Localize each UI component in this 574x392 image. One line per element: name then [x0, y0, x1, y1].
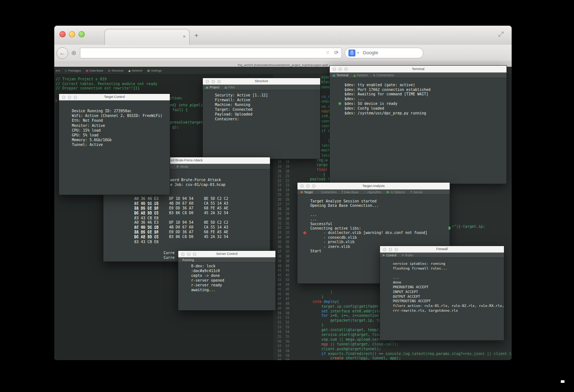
window-dot[interactable]	[306, 184, 310, 188]
reload-icon[interactable]: ⟳	[334, 50, 339, 55]
hex-block: A0 36 46 E3DF 1D 94 548E 5D C2 C257 40 5…	[134, 219, 270, 238]
window-dot[interactable]	[181, 253, 184, 256]
line-number: 58	[273, 349, 281, 353]
window-tab[interactable]: ⚙ Setup	[176, 165, 188, 168]
window-tab[interactable]: ↯ Connections	[373, 73, 394, 77]
menu-item[interactable]: ▦ Settings	[147, 69, 161, 72]
window-tab[interactable]: Running	[181, 258, 194, 262]
window-dot[interactable]	[187, 253, 190, 256]
window-titlebar[interactable]: Target Analysis	[297, 183, 450, 190]
window-dots	[333, 67, 350, 71]
menu-item[interactable]: ◇ Packages	[65, 69, 81, 72]
search-input[interactable]: 8 ▾ Google	[345, 48, 423, 58]
minimize-button[interactable]	[69, 31, 75, 37]
tab-icon: ▣	[206, 86, 209, 89]
window-dot[interactable]	[212, 80, 215, 83]
gutter-row: 6060	[273, 357, 292, 360]
back-button[interactable]: ←	[56, 47, 68, 59]
window-dot[interactable]	[68, 96, 71, 99]
window-dot[interactable]	[62, 96, 65, 99]
analysis-line: Opening Data Base Connection...	[303, 203, 427, 208]
line-number: 26	[273, 198, 281, 201]
window-tab[interactable]: ◉ Target	[300, 190, 313, 194]
window-tab[interactable]: ▦ AI Options	[387, 190, 405, 194]
status-dot	[339, 102, 341, 105]
tab-icon: ▲	[354, 74, 356, 77]
window-dot[interactable]	[344, 67, 348, 71]
content-line: cepto -> done	[191, 273, 224, 278]
window-tab[interactable]: ▲ Session	[354, 73, 368, 77]
window-tab[interactable]: ▶ Control	[383, 253, 396, 257]
browser-tab[interactable]: ×	[105, 29, 190, 45]
window-dot[interactable]	[206, 80, 209, 83]
window-dot[interactable]	[333, 67, 336, 71]
close-button[interactable]	[59, 31, 66, 37]
window-tab[interactable]: ▦ Terminal	[333, 73, 348, 77]
url-input[interactable]: ▽ ⟳	[80, 48, 342, 58]
menu-item-icon: ▦	[85, 69, 88, 72]
url-dropdown-icon[interactable]: ▽	[326, 51, 329, 55]
tab-icon: ◌	[363, 190, 366, 194]
tab-close-icon[interactable]: ×	[183, 34, 186, 39]
content-line: done	[393, 280, 504, 285]
line-number: 33	[273, 231, 281, 234]
line-number: 53	[273, 325, 281, 329]
gutter-row: 4141	[273, 267, 292, 272]
line-number: 57	[281, 344, 289, 348]
menu-item[interactable]: ▲ Network	[128, 69, 143, 72]
new-tab-button[interactable]: +	[194, 32, 198, 40]
analysis-text: Successful	[310, 222, 332, 226]
window-tab[interactable]: ≡ Rules	[402, 253, 413, 257]
window-dot[interactable]	[74, 96, 77, 99]
window-dot[interactable]	[193, 253, 196, 256]
globe-icon: ⊕	[71, 49, 76, 56]
fullscreen-icon[interactable]: ⤢	[498, 30, 504, 38]
window-tab[interactable]: < Server	[410, 190, 423, 194]
window-dot[interactable]	[312, 184, 315, 188]
window-tab[interactable]: ƒ Data Base	[342, 190, 359, 194]
line-number: 55	[273, 335, 281, 338]
code-segment: create	[330, 356, 343, 360]
content-line: r-server ready	[191, 283, 224, 287]
window-tab[interactable]: ▣ Project	[206, 85, 219, 89]
line-number: 33	[281, 231, 289, 234]
content-line: Payload: Uploaded	[215, 112, 268, 117]
gutter-row: 4040	[273, 263, 292, 268]
content-line: service iptables: running	[393, 261, 504, 266]
firewall-content: service iptables: runningflushing firewa…	[393, 261, 504, 313]
window-dot[interactable]	[339, 67, 342, 71]
window-dot[interactable]	[395, 248, 398, 251]
search-engine-dropdown-icon[interactable]: ▾	[357, 51, 359, 55]
code-fragment-line: }	[310, 172, 330, 177]
analysis-text: Start	[310, 249, 321, 253]
window-titlebar[interactable]: Structure	[203, 78, 320, 85]
window-tab[interactable]: ∷ Connection	[318, 190, 337, 194]
window-dot[interactable]	[300, 184, 304, 188]
brute-heading: word Brute-Force Attacke Job: csv-01/cap…	[170, 177, 226, 187]
menu-fragment: ent	[56, 69, 60, 72]
menu-item[interactable]: ▦ Data Base	[85, 69, 103, 72]
zoom-button[interactable]	[78, 31, 85, 37]
tab-label: Rules	[405, 253, 413, 257]
screen: × + ⤢ ← ⊕ ▽ ⟳ 8 ▾ Google ☆ ▤ ↓ ⌂ ≡	[0, 0, 574, 392]
window-dot[interactable]	[217, 80, 221, 83]
content-line: 0-dev: lock	[191, 264, 224, 268]
window-titlebar[interactable]: Terminal	[330, 66, 507, 73]
window-dot[interactable]	[383, 248, 386, 251]
window-titlebar[interactable]: Firewall	[380, 246, 504, 253]
window-tab[interactable]: ▤ Files	[224, 85, 235, 89]
window-titlebar[interactable]: Server Control	[178, 251, 275, 257]
analysis-line: Connecting active libs:	[303, 226, 427, 230]
menu-item[interactable]: ◎ Structure	[108, 69, 123, 72]
line-number: 50	[281, 311, 289, 315]
terminal-text: $dev: Confg loaded	[344, 106, 384, 110]
line-number: 27	[273, 202, 281, 206]
line-number: 34	[281, 235, 289, 239]
gutter-row: 2020	[273, 168, 292, 173]
window-dot[interactable]	[389, 248, 392, 251]
terminal-line: $dev: Confg loaded	[339, 106, 431, 111]
window-titlebar[interactable]: Target Control	[59, 94, 170, 100]
gutter-row: 3232	[273, 225, 292, 230]
window-tab[interactable]: ◌ Algorythm	[363, 190, 381, 194]
terminal-line: $dev: tty enabled (gate: active)	[339, 83, 431, 87]
